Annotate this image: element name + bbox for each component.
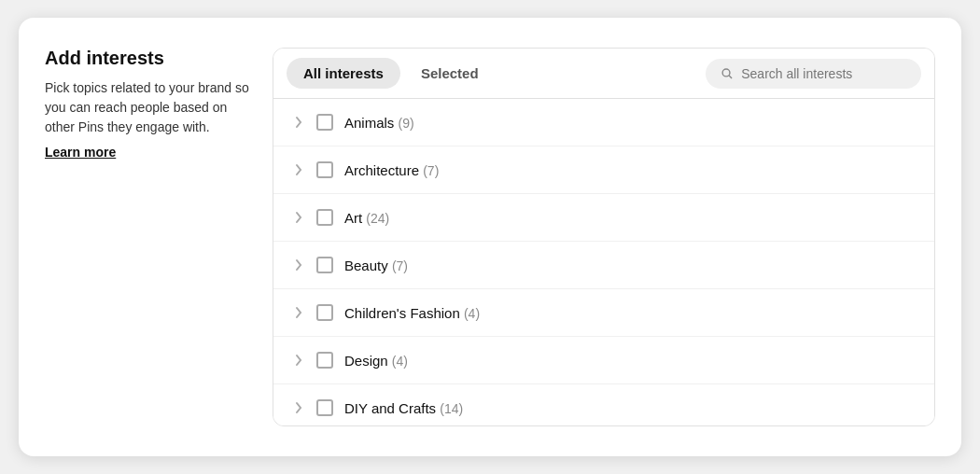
tab-selected[interactable]: Selected: [404, 58, 496, 89]
interest-name: Art (24): [344, 210, 389, 226]
interest-name: Design (4): [344, 353, 408, 369]
interest-count: (7): [392, 258, 408, 273]
tab-all-interests[interactable]: All interests: [287, 58, 400, 89]
list-item[interactable]: Children's Fashion (4): [273, 289, 934, 337]
interest-checkbox[interactable]: [316, 399, 333, 416]
list-item[interactable]: DIY and Crafts (14): [273, 384, 934, 425]
svg-line-1: [729, 75, 732, 77]
tabs-bar: All interests Selected: [273, 49, 934, 99]
interest-name: Animals (9): [344, 115, 414, 131]
interest-checkbox[interactable]: [316, 209, 333, 226]
list-item[interactable]: Design (4): [273, 337, 934, 384]
interest-checkbox[interactable]: [316, 114, 333, 131]
interest-name: DIY and Crafts (14): [344, 400, 463, 416]
list-item[interactable]: Beauty (7): [273, 242, 934, 289]
interest-count: (7): [423, 163, 439, 178]
chevron-right-icon: [292, 116, 305, 129]
panel-title: Add interests: [45, 48, 250, 69]
svg-point-0: [722, 69, 730, 77]
list-item[interactable]: Animals (9): [273, 99, 934, 146]
search-box: [706, 59, 921, 89]
right-panel: All interests Selected Animals (9)Archit…: [273, 48, 935, 426]
interest-checkbox[interactable]: [316, 257, 333, 273]
interest-count: (9): [399, 116, 414, 131]
items-list: Animals (9)Architecture (7)Art (24)Beaut…: [273, 99, 934, 425]
add-interests-card: Add interests Pick topics related to you…: [19, 18, 961, 456]
interest-checkbox[interactable]: [316, 304, 333, 321]
chevron-right-icon: [292, 354, 305, 367]
list-item[interactable]: Art (24): [273, 194, 934, 242]
interest-name: Beauty (7): [344, 258, 408, 273]
list-item[interactable]: Architecture (7): [273, 146, 934, 194]
search-icon: [721, 66, 734, 81]
chevron-right-icon: [292, 306, 305, 319]
left-panel: Add interests Pick topics related to you…: [45, 48, 250, 426]
interest-name: Architecture (7): [344, 162, 439, 178]
interest-count: (4): [392, 354, 408, 369]
panel-description: Pick topics related to your brand so you…: [45, 78, 250, 137]
interest-checkbox[interactable]: [316, 161, 333, 178]
interest-checkbox[interactable]: [316, 352, 333, 369]
chevron-right-icon: [292, 258, 305, 272]
interest-count: (14): [440, 401, 463, 416]
chevron-right-icon: [292, 401, 305, 414]
search-input[interactable]: [741, 66, 906, 81]
learn-more-link[interactable]: Learn more: [45, 145, 250, 160]
interest-name: Children's Fashion (4): [344, 305, 480, 321]
interest-count: (4): [464, 306, 480, 321]
interest-count: (24): [366, 211, 389, 226]
chevron-right-icon: [292, 211, 305, 224]
chevron-right-icon: [292, 163, 305, 176]
